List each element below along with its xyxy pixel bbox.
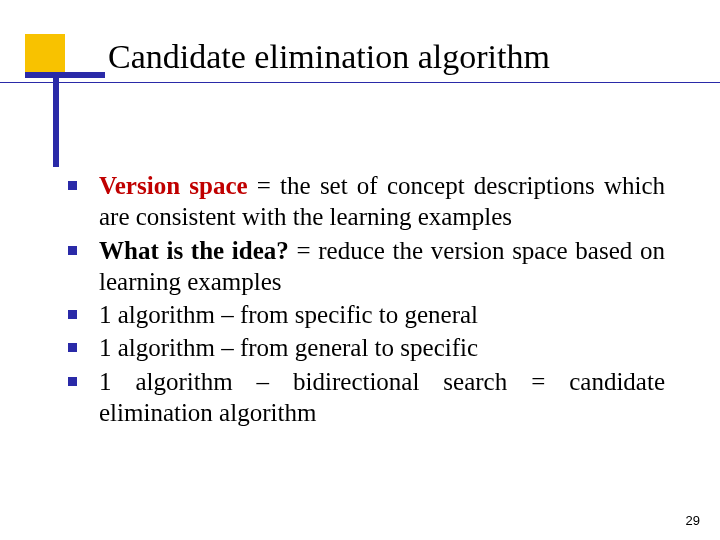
list-item-text: Version space = the set of concept descr… <box>99 170 665 233</box>
bullet-icon <box>68 310 77 319</box>
ornament-blue-vertical <box>53 72 59 167</box>
term-highlight: Version space <box>99 172 248 199</box>
bullet-icon <box>68 181 77 190</box>
title-underline <box>0 82 720 83</box>
bullet-icon <box>68 377 77 386</box>
list-item-text: 1 algorithm – bidirectional search = can… <box>99 366 665 429</box>
bullet-icon <box>68 246 77 255</box>
bullet-icon <box>68 343 77 352</box>
list-item: 1 algorithm – from specific to general <box>68 299 665 330</box>
list-item-text: 1 algorithm – from general to specific <box>99 332 665 363</box>
list-item: Version space = the set of concept descr… <box>68 170 665 233</box>
list-item: 1 algorithm – from general to specific <box>68 332 665 363</box>
page-number: 29 <box>686 513 700 528</box>
item-rest: 1 algorithm – bidirectional search = can… <box>99 368 665 426</box>
item-rest: 1 algorithm – from general to specific <box>99 334 478 361</box>
list-item: What is the idea? = reduce the version s… <box>68 235 665 298</box>
item-rest: 1 algorithm – from specific to general <box>99 301 478 328</box>
term-highlight: What is the idea? <box>99 237 289 264</box>
slide-title: Candidate elimination algorithm <box>108 38 680 76</box>
slide-ornament <box>25 34 95 134</box>
ornament-blue-horizontal <box>25 72 105 78</box>
list-item-text: 1 algorithm – from specific to general <box>99 299 665 330</box>
ornament-yellow-square <box>25 34 65 74</box>
bullet-list: Version space = the set of concept descr… <box>68 170 665 430</box>
list-item-text: What is the idea? = reduce the version s… <box>99 235 665 298</box>
list-item: 1 algorithm – bidirectional search = can… <box>68 366 665 429</box>
